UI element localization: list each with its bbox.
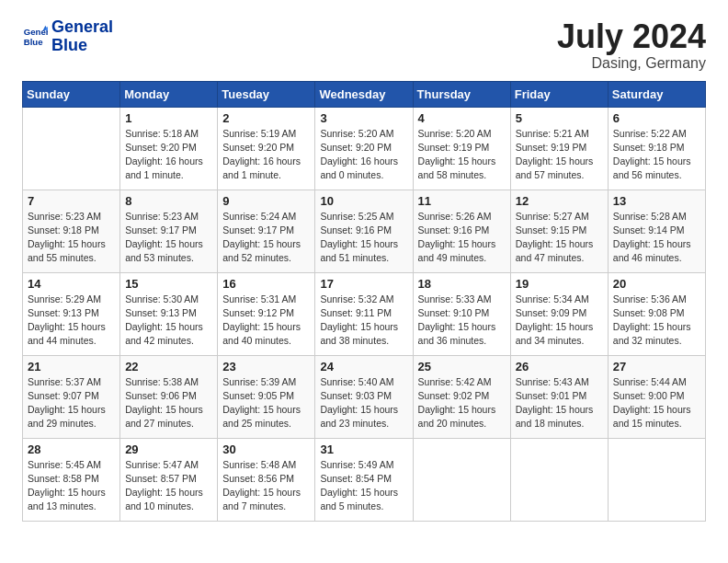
- day-info: Sunrise: 5:29 AM Sunset: 9:13 PM Dayligh…: [28, 293, 115, 349]
- day-number: 27: [613, 360, 700, 373]
- logo-icon: General Blue: [22, 24, 48, 50]
- day-info: Sunrise: 5:18 AM Sunset: 9:20 PM Dayligh…: [125, 127, 212, 183]
- day-info: Sunrise: 5:37 AM Sunset: 9:07 PM Dayligh…: [28, 375, 115, 431]
- day-number: 8: [125, 194, 212, 208]
- day-info: Sunrise: 5:23 AM Sunset: 9:18 PM Dayligh…: [28, 210, 115, 266]
- day-info: Sunrise: 5:22 AM Sunset: 9:18 PM Dayligh…: [613, 127, 700, 183]
- title-block: July 2024 Dasing, Germany: [557, 18, 706, 72]
- day-number: 23: [222, 360, 310, 373]
- day-number: 31: [320, 442, 407, 456]
- calendar-cell: 9Sunrise: 5:24 AM Sunset: 9:17 PM Daylig…: [218, 190, 315, 272]
- calendar-cell: 30Sunrise: 5:48 AM Sunset: 8:56 PM Dayli…: [218, 438, 315, 521]
- day-info: Sunrise: 5:20 AM Sunset: 9:20 PM Dayligh…: [320, 127, 407, 183]
- calendar-week-4: 21Sunrise: 5:37 AM Sunset: 9:07 PM Dayli…: [23, 355, 706, 438]
- calendar-cell: [608, 438, 705, 521]
- day-info: Sunrise: 5:40 AM Sunset: 9:03 PM Dayligh…: [320, 375, 407, 431]
- calendar-cell: [510, 438, 608, 521]
- day-number: 12: [516, 194, 603, 208]
- day-number: 21: [28, 360, 115, 373]
- day-info: Sunrise: 5:39 AM Sunset: 9:05 PM Dayligh…: [222, 375, 310, 431]
- calendar-week-2: 7Sunrise: 5:23 AM Sunset: 9:18 PM Daylig…: [23, 190, 706, 272]
- calendar-week-5: 28Sunrise: 5:45 AM Sunset: 8:58 PM Dayli…: [23, 438, 706, 521]
- calendar-body: 1Sunrise: 5:18 AM Sunset: 9:20 PM Daylig…: [23, 107, 706, 521]
- calendar-cell: 20Sunrise: 5:36 AM Sunset: 9:08 PM Dayli…: [608, 272, 705, 355]
- day-info: Sunrise: 5:19 AM Sunset: 9:20 PM Dayligh…: [222, 127, 310, 183]
- day-number: 17: [320, 277, 407, 291]
- day-info: Sunrise: 5:23 AM Sunset: 9:17 PM Dayligh…: [125, 210, 212, 266]
- day-info: Sunrise: 5:49 AM Sunset: 8:54 PM Dayligh…: [320, 458, 407, 514]
- day-number: 15: [125, 277, 212, 291]
- day-info: Sunrise: 5:24 AM Sunset: 9:17 PM Dayligh…: [222, 210, 310, 266]
- day-number: 5: [516, 111, 603, 125]
- day-number: 19: [516, 277, 603, 291]
- day-info: Sunrise: 5:44 AM Sunset: 9:00 PM Dayligh…: [613, 375, 700, 431]
- day-info: Sunrise: 5:47 AM Sunset: 8:57 PM Dayligh…: [125, 458, 212, 514]
- day-number: 2: [222, 111, 310, 125]
- day-info: Sunrise: 5:31 AM Sunset: 9:12 PM Dayligh…: [222, 293, 310, 349]
- calendar-cell: 5Sunrise: 5:21 AM Sunset: 9:19 PM Daylig…: [510, 107, 608, 190]
- weekday-monday: Monday: [120, 81, 218, 107]
- calendar-cell: 29Sunrise: 5:47 AM Sunset: 8:57 PM Dayli…: [120, 438, 218, 521]
- day-number: 7: [28, 194, 115, 208]
- calendar-cell: 17Sunrise: 5:32 AM Sunset: 9:11 PM Dayli…: [315, 272, 413, 355]
- day-number: 20: [613, 277, 700, 291]
- calendar-cell: 4Sunrise: 5:20 AM Sunset: 9:19 PM Daylig…: [413, 107, 510, 190]
- day-info: Sunrise: 5:21 AM Sunset: 9:19 PM Dayligh…: [516, 127, 603, 183]
- calendar-cell: 11Sunrise: 5:26 AM Sunset: 9:16 PM Dayli…: [413, 190, 510, 272]
- day-info: Sunrise: 5:20 AM Sunset: 9:19 PM Dayligh…: [418, 127, 506, 183]
- day-info: Sunrise: 5:42 AM Sunset: 9:02 PM Dayligh…: [418, 375, 506, 431]
- day-info: Sunrise: 5:27 AM Sunset: 9:15 PM Dayligh…: [516, 210, 603, 266]
- page-header: General Blue General Blue July 2024 Dasi…: [22, 18, 706, 72]
- day-number: 26: [516, 360, 603, 373]
- weekday-friday: Friday: [510, 81, 608, 107]
- day-number: 3: [320, 111, 407, 125]
- calendar-cell: 22Sunrise: 5:38 AM Sunset: 9:06 PM Dayli…: [120, 355, 218, 438]
- calendar-cell: 6Sunrise: 5:22 AM Sunset: 9:18 PM Daylig…: [608, 107, 705, 190]
- calendar-cell: 28Sunrise: 5:45 AM Sunset: 8:58 PM Dayli…: [23, 438, 120, 521]
- day-info: Sunrise: 5:28 AM Sunset: 9:14 PM Dayligh…: [613, 210, 700, 266]
- calendar-header: SundayMondayTuesdayWednesdayThursdayFrid…: [23, 81, 706, 107]
- weekday-thursday: Thursday: [413, 81, 510, 107]
- calendar-cell: 10Sunrise: 5:25 AM Sunset: 9:16 PM Dayli…: [315, 190, 413, 272]
- day-info: Sunrise: 5:43 AM Sunset: 9:01 PM Dayligh…: [516, 375, 603, 431]
- day-number: 14: [28, 277, 115, 291]
- calendar-cell: 2Sunrise: 5:19 AM Sunset: 9:20 PM Daylig…: [218, 107, 315, 190]
- calendar-cell: 12Sunrise: 5:27 AM Sunset: 9:15 PM Dayli…: [510, 190, 608, 272]
- calendar-table: SundayMondayTuesdayWednesdayThursdayFrid…: [22, 81, 706, 522]
- calendar-title: July 2024: [557, 18, 706, 55]
- day-info: Sunrise: 5:34 AM Sunset: 9:09 PM Dayligh…: [516, 293, 603, 349]
- day-number: 9: [222, 194, 310, 208]
- calendar-cell: 24Sunrise: 5:40 AM Sunset: 9:03 PM Dayli…: [315, 355, 413, 438]
- logo-text: General Blue: [51, 18, 113, 55]
- day-info: Sunrise: 5:26 AM Sunset: 9:16 PM Dayligh…: [418, 210, 506, 266]
- weekday-wednesday: Wednesday: [315, 81, 413, 107]
- svg-text:Blue: Blue: [24, 37, 43, 47]
- calendar-cell: 1Sunrise: 5:18 AM Sunset: 9:20 PM Daylig…: [120, 107, 218, 190]
- calendar-cell: 21Sunrise: 5:37 AM Sunset: 9:07 PM Dayli…: [23, 355, 120, 438]
- day-info: Sunrise: 5:45 AM Sunset: 8:58 PM Dayligh…: [28, 458, 115, 514]
- calendar-cell: 3Sunrise: 5:20 AM Sunset: 9:20 PM Daylig…: [315, 107, 413, 190]
- calendar-week-1: 1Sunrise: 5:18 AM Sunset: 9:20 PM Daylig…: [23, 107, 706, 190]
- logo: General Blue General Blue: [22, 18, 113, 55]
- calendar-cell: 15Sunrise: 5:30 AM Sunset: 9:13 PM Dayli…: [120, 272, 218, 355]
- calendar-cell: [413, 438, 510, 521]
- weekday-saturday: Saturday: [608, 81, 705, 107]
- day-number: 25: [418, 360, 506, 373]
- day-number: 13: [613, 194, 700, 208]
- calendar-cell: 7Sunrise: 5:23 AM Sunset: 9:18 PM Daylig…: [23, 190, 120, 272]
- calendar-cell: 14Sunrise: 5:29 AM Sunset: 9:13 PM Dayli…: [23, 272, 120, 355]
- calendar-cell: 18Sunrise: 5:33 AM Sunset: 9:10 PM Dayli…: [413, 272, 510, 355]
- day-number: 11: [418, 194, 506, 208]
- calendar-cell: 26Sunrise: 5:43 AM Sunset: 9:01 PM Dayli…: [510, 355, 608, 438]
- day-number: 30: [222, 442, 310, 456]
- day-number: 29: [125, 442, 212, 456]
- day-number: 28: [28, 442, 115, 456]
- day-info: Sunrise: 5:38 AM Sunset: 9:06 PM Dayligh…: [125, 375, 212, 431]
- day-info: Sunrise: 5:32 AM Sunset: 9:11 PM Dayligh…: [320, 293, 407, 349]
- calendar-cell: 19Sunrise: 5:34 AM Sunset: 9:09 PM Dayli…: [510, 272, 608, 355]
- day-number: 16: [222, 277, 310, 291]
- weekday-tuesday: Tuesday: [218, 81, 315, 107]
- calendar-week-3: 14Sunrise: 5:29 AM Sunset: 9:13 PM Dayli…: [23, 272, 706, 355]
- calendar-location: Dasing, Germany: [557, 55, 706, 72]
- day-number: 22: [125, 360, 212, 373]
